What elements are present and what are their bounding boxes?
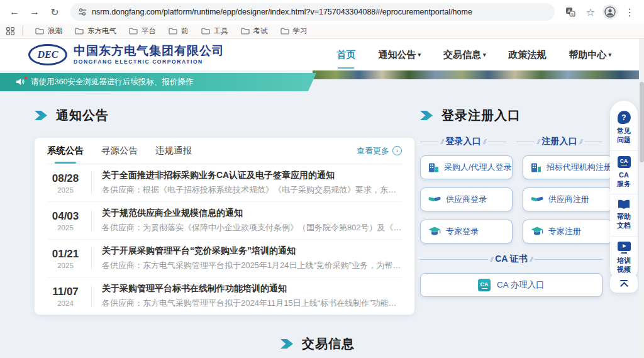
company-name: 中国东方电气集团有限公司 DONGFANG ELECTRIC CORPORATI… xyxy=(74,45,225,65)
bookmark-folder[interactable]: 学习 xyxy=(275,25,313,37)
browser-toolbar: ← → ↻ nsrm.dongfang.com/platform/runtime… xyxy=(0,0,644,24)
notice-summary: 各供应商：根据《电子招标投标系统技术规范》《电子采购交易规范》要求，东方电气采购… xyxy=(102,184,402,196)
supplier-register-button[interactable]: 供应商注册 xyxy=(523,187,613,211)
announcement-ribbon: 请使用360安全浏览器进行后续投标、报价操作 xyxy=(0,73,316,91)
login-panel: // 登录入口 // // 注册入口 // xyxy=(420,136,602,297)
ca-service-item[interactable]: CA CA服务 xyxy=(610,151,638,195)
menu-kebab-icon[interactable]: ⋮ xyxy=(621,4,638,20)
video-icon xyxy=(618,242,631,251)
notices-section: 通知公告 系统公告 寻源公告 违规通报 查看更多 › 08/28 2025 关于 xyxy=(35,107,414,315)
divider xyxy=(91,172,92,194)
bookmark-folder[interactable]: 前 xyxy=(164,25,194,37)
chevron-down-icon: ▾ xyxy=(418,52,421,58)
bookmark-folder[interactable]: 东方电气 xyxy=(70,25,121,37)
tab-sourcing-notices[interactable]: 寻源公告 xyxy=(101,138,138,164)
register-entry-header: // 注册入口 // xyxy=(516,136,602,147)
section-arrow-icon xyxy=(280,338,293,349)
bookmark-label: 浪潮 xyxy=(48,26,62,36)
folder-icon xyxy=(129,28,138,35)
page: DEC 中国东方电气集团有限公司 DONGFANG ELECTRIC CORPO… xyxy=(0,39,644,358)
supplier-login-button[interactable]: 供应商登录 xyxy=(420,187,513,211)
handshake-icon xyxy=(531,195,543,204)
nav-home[interactable]: 首页 xyxy=(336,45,355,65)
apps-grid-icon[interactable] xyxy=(6,27,14,35)
divider xyxy=(91,210,92,232)
folder-icon xyxy=(280,28,289,35)
notice-row[interactable]: 08/28 2025 关于全面推进非招标采购业务CA认证及电子签章应用的通知 各… xyxy=(47,164,402,202)
chevron-down-icon: ▾ xyxy=(483,52,486,58)
notices-card: 系统公告 寻源公告 违规通报 查看更多 › 08/28 2025 关于全面推进非… xyxy=(35,138,414,315)
login-heading: 登录注册入口 xyxy=(420,107,602,124)
bookmarks-bar: 浪潮 东方电气 平台 前 工具 考试 学习 xyxy=(0,24,644,39)
document-icon xyxy=(618,199,630,210)
forward-icon[interactable]: → xyxy=(26,4,43,20)
notice-title[interactable]: 关于规范供应商企业规模信息的通知 xyxy=(102,208,402,219)
notice-title[interactable]: 关于开展采购管理平台“竞价采购业务”培训的通知 xyxy=(102,245,402,257)
chevron-down-icon: ▾ xyxy=(608,52,611,58)
notice-row[interactable]: 04/03 2025 关于规范供应商企业规模信息的通知 各供应商：为贯彻落实《保… xyxy=(47,202,402,240)
ca-apply-button[interactable]: CA CA 办理入口 xyxy=(420,273,602,297)
buyer-agent-login-button[interactable]: 采购人/代理人登录 xyxy=(420,155,513,179)
ca-badge-icon: CA xyxy=(478,279,491,291)
dec-logo: DEC xyxy=(28,44,67,65)
notice-row[interactable]: 11/07 2024 关于采购管理平台标书在线制作功能培训的通知 各供应商：东方… xyxy=(47,277,402,315)
building-icon xyxy=(428,162,439,173)
expert-login-button[interactable]: 专家登录 xyxy=(420,220,513,243)
address-bar[interactable]: nsrm.dongfang.com/platform/runtime/epp/d… xyxy=(70,3,555,21)
faq-item[interactable]: ? 常见问题 xyxy=(610,106,638,151)
collapse-up-icon xyxy=(619,280,628,287)
bookmark-label: 前 xyxy=(181,26,189,36)
notice-tabs: 系统公告 寻源公告 违规通报 查看更多 › xyxy=(47,138,402,164)
folder-icon xyxy=(75,28,84,35)
chevron-right-icon: › xyxy=(392,146,402,155)
notice-date: 01/21 2025 xyxy=(47,248,84,269)
page-scrollbar[interactable] xyxy=(639,39,644,358)
scrollbar-thumb[interactable] xyxy=(640,82,644,162)
bookmark-label: 工具 xyxy=(214,26,228,36)
tab-violation-reports[interactable]: 违规通报 xyxy=(155,138,192,164)
view-more-link[interactable]: 查看更多 › xyxy=(357,145,402,157)
folder-icon xyxy=(241,28,250,35)
bookmark-folder[interactable]: 平台 xyxy=(124,25,161,37)
bookmark-folder[interactable]: 考试 xyxy=(236,25,273,37)
section-arrow-icon xyxy=(420,110,433,121)
bookmark-star-icon[interactable]: ☆ xyxy=(582,4,599,20)
collapse-menu-button[interactable] xyxy=(610,274,638,293)
notice-summary: 各供应商：东方电气采购管理平台拟于2024年11月15日上线“标书在线制作”功能… xyxy=(102,298,402,309)
nav-policies[interactable]: 政策法规 xyxy=(508,45,546,65)
expert-register-button[interactable]: 专家注册 xyxy=(523,220,613,243)
bookmark-folder[interactable]: 浪潮 xyxy=(30,25,67,37)
notice-title[interactable]: 关于采购管理平台标书在线制作功能培训的通知 xyxy=(102,283,402,294)
folder-icon xyxy=(169,28,177,35)
section-arrow-icon xyxy=(35,110,47,121)
nav-help-center[interactable]: 帮助中心 ▾ xyxy=(569,45,611,65)
ca-icon: CA xyxy=(618,156,631,168)
bookmark-label: 东方电气 xyxy=(87,26,116,36)
notices-heading: 通知公告 xyxy=(35,107,414,124)
help-docs-item[interactable]: 帮助文档 xyxy=(610,194,638,237)
login-register-section: 登录注册入口 // 登录入口 // // 注册入口 // xyxy=(420,107,602,297)
back-icon[interactable]: ← xyxy=(6,4,23,20)
notice-date: 04/03 2025 xyxy=(47,210,84,232)
company-name-cn: 中国东方电气集团有限公司 xyxy=(74,45,225,58)
nav-notices[interactable]: 通知公告 ▾ xyxy=(378,45,421,65)
section-title: 登录注册入口 xyxy=(441,107,521,124)
divider xyxy=(22,27,23,36)
notice-summary: 各供应商：东方电气采购管理平台拟于2025年1月24日上线“竞价采购”业务，为帮… xyxy=(102,260,402,271)
notice-row[interactable]: 01/21 2025 关于开展采购管理平台“竞价采购业务”培训的通知 各供应商：… xyxy=(47,240,402,277)
profile-avatar[interactable] xyxy=(602,4,618,20)
refresh-icon[interactable]: ↻ xyxy=(47,4,63,20)
nav-trade-info[interactable]: 交易信息 ▾ xyxy=(443,45,486,65)
bidding-agency-register-button[interactable]: 招标代理机构注册 xyxy=(523,155,613,179)
bookmark-label: 考试 xyxy=(253,26,268,36)
ribbon-text: 请使用360安全浏览器进行后续投标、报价操作 xyxy=(31,77,193,87)
translate-icon[interactable]: A a xyxy=(562,4,579,20)
graduation-cap-icon xyxy=(428,227,441,237)
trade-info-heading: 交易信息 xyxy=(0,335,635,352)
handshake-icon xyxy=(428,195,441,204)
notice-title[interactable]: 关于全面推进非招标采购业务CA认证及电子签章应用的通知 xyxy=(102,170,402,181)
bookmark-folder[interactable]: 工具 xyxy=(196,25,233,37)
tab-system-notices[interactable]: 系统公告 xyxy=(47,138,84,164)
divider xyxy=(91,247,92,269)
graduation-cap-icon xyxy=(531,227,543,237)
